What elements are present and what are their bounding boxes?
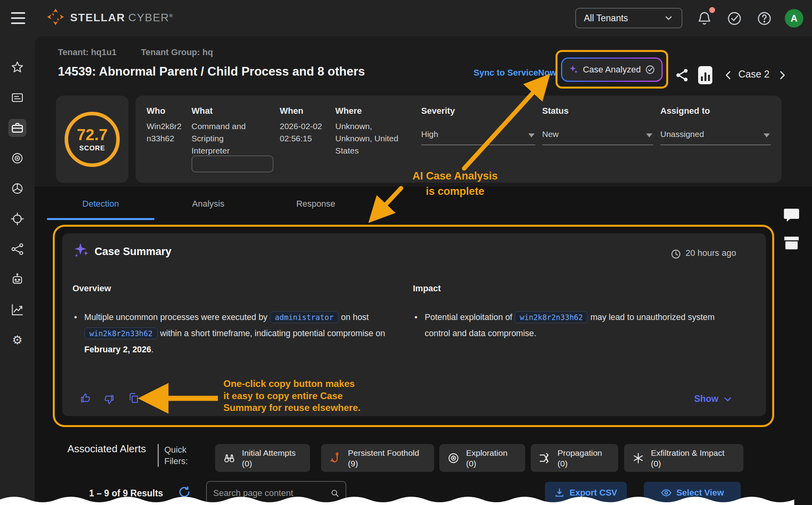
avatar[interactable]: A xyxy=(785,9,803,28)
crosshair-icon[interactable] xyxy=(8,210,26,228)
associated-alerts-title: Associated Alerts xyxy=(67,442,158,456)
briefcase-icon[interactable] xyxy=(8,119,26,137)
brand-logo: STELLARCYBER® xyxy=(46,8,173,28)
impact-bullet: Potential exploitation of win2k8r2n33h62… xyxy=(413,309,740,342)
help-icon[interactable] xyxy=(756,10,772,27)
stellar-star-icon xyxy=(46,8,65,28)
tenant-info-row: Tenant: hq1u1 Tenant Group: hq xyxy=(58,47,213,57)
analyzed-check-icon xyxy=(645,65,655,75)
entity-chip-host[interactable]: win2k8r2n33h62 xyxy=(84,327,158,339)
tab-response[interactable]: Response xyxy=(262,199,370,220)
chevron-down-icon xyxy=(663,13,674,23)
robot-icon[interactable] xyxy=(8,270,26,289)
case-summary-timestamp: 20 hours ago xyxy=(686,248,736,258)
where-label: Where xyxy=(335,106,362,116)
who-label: Who xyxy=(147,106,165,116)
severity-label: Severity xyxy=(421,106,455,116)
assigned-select-value[interactable]: Unassigned xyxy=(660,128,704,140)
network-icon[interactable] xyxy=(8,240,26,258)
where-value: Unknown, Unknown, United States xyxy=(335,120,398,157)
bell-icon[interactable] xyxy=(697,10,712,27)
filter-chip-persistent-foothold[interactable]: Persistent Foothold(9) xyxy=(321,444,434,472)
overview-text: . xyxy=(151,345,154,354)
when-label: When xyxy=(280,106,303,116)
case-analyzed-button[interactable]: Case Analyzed xyxy=(561,57,663,82)
status-select-value[interactable]: New xyxy=(542,128,559,140)
bar-chart-icon[interactable] xyxy=(698,66,712,84)
score-card: 72.7 SCORE xyxy=(56,96,128,183)
sidebar: ⚙ xyxy=(0,36,35,505)
fishhook-icon xyxy=(329,452,342,464)
tab-analysis[interactable]: Analysis xyxy=(154,199,262,220)
overview-text: Multiple uncommon processes were execute… xyxy=(84,313,268,322)
filter-chip-initial-attempts[interactable]: Initial Attempts(0) xyxy=(215,444,310,472)
overview-date: February 2, 2026 xyxy=(84,345,151,354)
tenant-label: Tenant: hq1u1 xyxy=(58,47,117,57)
severity-chevron-down-icon[interactable] xyxy=(528,133,535,137)
assigned-label: Assigned to xyxy=(660,106,710,116)
star-icon[interactable] xyxy=(8,58,26,76)
status-select-underline xyxy=(542,144,653,145)
bullseye-icon[interactable] xyxy=(8,149,26,167)
chart-icon[interactable] xyxy=(8,301,26,319)
when-value: 2026-02-02 02:56:15 xyxy=(280,120,324,144)
show-link[interactable]: Show xyxy=(694,394,732,404)
sync-to-servicenow-link[interactable]: Sync to ServiceNow xyxy=(474,68,556,78)
score-label: SCORE xyxy=(79,144,105,152)
what-label: What xyxy=(191,106,213,116)
chevron-right-icon[interactable] xyxy=(777,69,787,81)
filter-chip-exfiltration-impact[interactable]: Exfiltration & Impact(0) xyxy=(624,444,743,472)
who-value: Win2k8r2n33h62 xyxy=(147,120,183,144)
brand-wordmark: STELLARCYBER® xyxy=(70,11,173,24)
status-chevron-down-icon[interactable] xyxy=(646,133,652,137)
pie-icon[interactable] xyxy=(8,179,26,198)
tab-bar: Detection Analysis Response xyxy=(47,199,370,220)
quick-filters-label: Quick Filers: xyxy=(158,444,205,467)
tab-detection[interactable]: Detection xyxy=(47,199,154,220)
entity-chip-administrator[interactable]: administrator xyxy=(270,311,339,323)
severity-select-value[interactable]: High xyxy=(421,128,438,140)
screenshot-tear-edge xyxy=(0,493,812,505)
hamburger-menu-icon[interactable] xyxy=(11,12,25,24)
assigned-select-underline xyxy=(660,144,771,145)
chevron-left-icon[interactable] xyxy=(723,69,734,81)
snowflake-icon xyxy=(632,452,645,464)
ai-sparkle-icon xyxy=(569,65,579,75)
overview-heading: Overview xyxy=(72,283,111,294)
clock-icon xyxy=(671,249,681,259)
entity-chip-host[interactable]: win2k8r2n33h62 xyxy=(515,311,588,323)
case-summary-title: Case Summary xyxy=(95,246,171,258)
gear-icon[interactable]: ⚙ xyxy=(8,331,26,349)
app-screen: STELLARCYBER® All Tenants A xyxy=(0,0,812,505)
score-value: 72.7 xyxy=(77,126,108,144)
thumbs-up-icon[interactable] xyxy=(80,392,91,404)
status-label: Status xyxy=(542,106,569,116)
archive-icon[interactable] xyxy=(782,234,801,251)
ai-sparkles-icon xyxy=(72,242,90,259)
share-icon[interactable] xyxy=(674,68,689,83)
filter-chip-propagation[interactable]: Propagation(0) xyxy=(531,444,618,472)
page-title: 14539: Abnormal Parent / Child Process a… xyxy=(58,65,365,79)
case-nav-label: Case 2 xyxy=(738,68,769,80)
avatar-initial: A xyxy=(791,13,797,24)
thumbs-down-icon[interactable] xyxy=(103,394,115,405)
what-value: Command and Scripting Interpreter xyxy=(191,120,251,157)
impact-heading: Impact xyxy=(413,283,441,294)
overview-text: within a short timeframe, indicating pot… xyxy=(160,329,385,338)
compass-icon xyxy=(447,452,460,464)
score-ring: 72.7 SCORE xyxy=(65,112,120,167)
show-label: Show xyxy=(694,394,718,404)
comment-icon[interactable] xyxy=(782,206,801,223)
severity-select-underline xyxy=(421,144,535,145)
copy-icon[interactable] xyxy=(128,392,139,404)
assigned-chevron-down-icon[interactable] xyxy=(764,133,770,137)
annotation-analysis-complete: AI Case Analysis is complete xyxy=(392,168,518,199)
tenant-selector[interactable]: All Tenants xyxy=(575,8,682,28)
overview-text: on host xyxy=(341,313,369,322)
check-circle-icon[interactable] xyxy=(727,10,742,27)
card-icon[interactable] xyxy=(8,89,26,107)
binoculars-icon xyxy=(223,452,236,464)
what-inline-input[interactable] xyxy=(191,155,273,172)
topbar: STELLARCYBER® All Tenants A xyxy=(0,0,812,36)
filter-chip-exploration[interactable]: Exploration(0) xyxy=(439,444,525,472)
